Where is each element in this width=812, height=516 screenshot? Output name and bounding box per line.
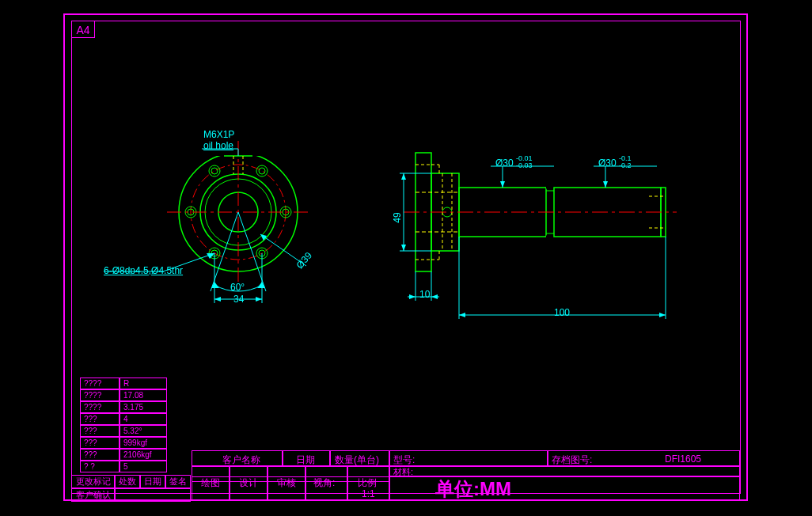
change-table: 更改标记 处数 日期 签名 客户确认 [71, 475, 191, 502]
angle60-label: 60° [230, 282, 245, 293]
svg-point-16 [256, 165, 268, 176]
tol2-label: Ø30 [598, 157, 617, 169]
dim34-label: 34 [233, 294, 244, 305]
svg-marker-72 [431, 294, 438, 299]
holes-label: 6-Ø8dp4.5,Ø4.5thr [104, 265, 183, 276]
unit-label: 单位:MM [435, 476, 511, 502]
svg-marker-66 [401, 173, 406, 180]
tol1-lower: -0.03 [516, 161, 533, 169]
side-view [400, 153, 677, 319]
svg-marker-67 [401, 245, 406, 251]
thread-label: M6X1P [203, 129, 234, 140]
svg-marker-80 [500, 181, 505, 188]
dim10-label: 10 [419, 289, 430, 300]
svg-point-19 [211, 168, 218, 174]
oil-hole-label: oil hole [203, 140, 233, 151]
svg-marker-83 [603, 181, 608, 188]
svg-marker-76 [459, 313, 465, 317]
svg-marker-77 [659, 313, 666, 317]
svg-marker-33 [214, 297, 221, 302]
tol1-label: Ø30 [495, 157, 514, 169]
dim100-label: 100 [554, 307, 570, 318]
svg-point-18 [209, 165, 220, 176]
spec-table: ????R ????17.08 ????3.175 ???4 ???5.32° … [80, 378, 167, 472]
tol2-lower: -0.2 [619, 161, 632, 169]
front-view [104, 141, 309, 303]
svg-point-17 [259, 168, 265, 174]
dim49-label: 49 [392, 212, 403, 222]
svg-marker-34 [256, 297, 262, 302]
svg-marker-71 [409, 294, 415, 299]
